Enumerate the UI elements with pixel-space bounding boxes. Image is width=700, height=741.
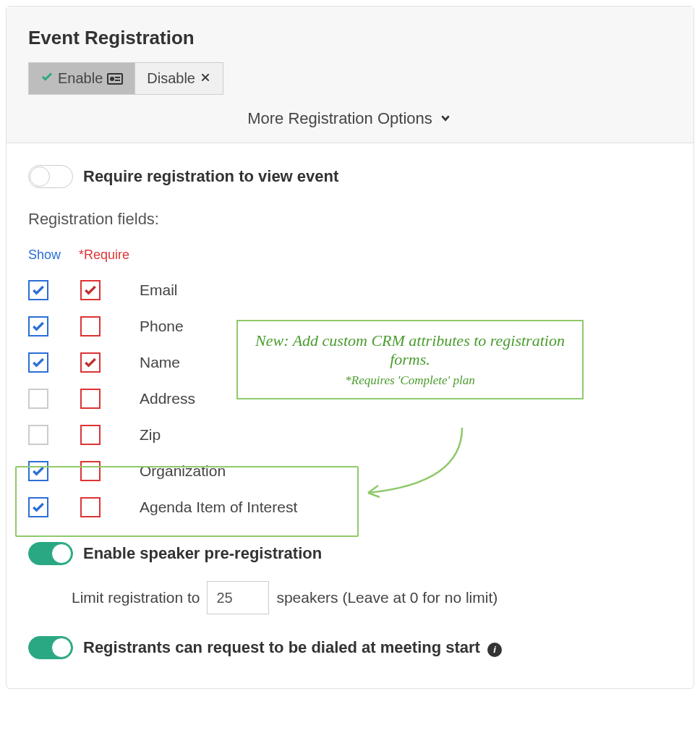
require-checkbox[interactable] (80, 425, 101, 445)
limit-suffix: speakers (Leave at 0 for no limit) (276, 589, 498, 606)
field-label: Organization (140, 462, 226, 480)
show-checkbox[interactable] (28, 316, 48, 336)
field-row: Organization (28, 458, 672, 484)
show-checkbox[interactable] (28, 352, 48, 373)
dialed-toggle[interactable] (28, 636, 73, 659)
field-label: Address (140, 390, 195, 407)
field-label: Email (140, 281, 178, 299)
callout-sub: *Requires 'Complete' plan (255, 373, 565, 388)
field-row: Agenda Item of Interest (28, 494, 672, 520)
field-row: Email (28, 277, 672, 303)
disable-button[interactable]: Disable (135, 63, 223, 94)
speaker-prereg-row: Enable speaker pre-registration (28, 542, 672, 565)
speaker-prereg-toggle[interactable] (28, 542, 73, 565)
require-checkbox[interactable] (80, 461, 101, 481)
panel-body: Require registration to view event Regis… (7, 143, 693, 688)
section-title: Event Registration (28, 27, 672, 49)
panel-header: Event Registration Enable Disable More R… (7, 7, 693, 143)
disable-label: Disable (147, 70, 195, 87)
speaker-prereg-label: Enable speaker pre-registration (83, 544, 322, 563)
field-label: Agenda Item of Interest (140, 499, 297, 516)
id-card-icon (107, 73, 123, 85)
more-options-toggle[interactable]: More Registration Options (28, 109, 672, 128)
field-label: Name (140, 354, 180, 371)
show-checkbox[interactable] (28, 389, 48, 409)
require-checkbox[interactable] (80, 316, 101, 336)
limit-input[interactable] (207, 581, 269, 614)
require-checkbox[interactable] (80, 280, 101, 300)
show-checkbox[interactable] (28, 461, 48, 481)
check-icon (40, 70, 54, 87)
require-registration-row: Require registration to view event (28, 165, 672, 188)
field-label: Zip (140, 426, 161, 444)
show-column-header: Show (28, 247, 69, 263)
require-checkbox[interactable] (80, 352, 101, 373)
chevron-down-icon (438, 109, 453, 128)
registration-fields-title: Registration fields: (28, 210, 672, 229)
field-row: Zip (28, 422, 672, 448)
dialed-row: Registrants can request to be dialed at … (28, 636, 672, 659)
column-headers: Show *Require (28, 247, 672, 263)
require-registration-label: Require registration to view event (83, 167, 338, 186)
callout-box: New: Add custom CRM attributes to regist… (236, 320, 584, 399)
more-options-label: More Registration Options (247, 109, 432, 128)
enable-button[interactable]: Enable (29, 63, 135, 94)
show-checkbox[interactable] (28, 280, 48, 300)
show-checkbox[interactable] (28, 425, 48, 445)
require-checkbox[interactable] (80, 389, 101, 409)
show-checkbox[interactable] (28, 497, 48, 517)
dialed-label: Registrants can request to be dialed at … (83, 638, 502, 657)
info-icon[interactable]: i (487, 643, 502, 657)
enable-label: Enable (58, 70, 103, 87)
callout-main: New: Add custom CRM attributes to regist… (255, 331, 565, 369)
require-checkbox[interactable] (80, 497, 101, 517)
event-registration-panel: Event Registration Enable Disable More R… (6, 6, 694, 689)
limit-registration-row: Limit registration to speakers (Leave at… (72, 581, 672, 614)
require-registration-toggle[interactable] (28, 165, 73, 188)
require-column-header: *Require (79, 247, 129, 263)
field-label: Phone (140, 318, 184, 335)
x-icon (200, 70, 211, 87)
limit-prefix: Limit registration to (72, 589, 200, 606)
enable-disable-toggle: Enable Disable (28, 62, 223, 95)
